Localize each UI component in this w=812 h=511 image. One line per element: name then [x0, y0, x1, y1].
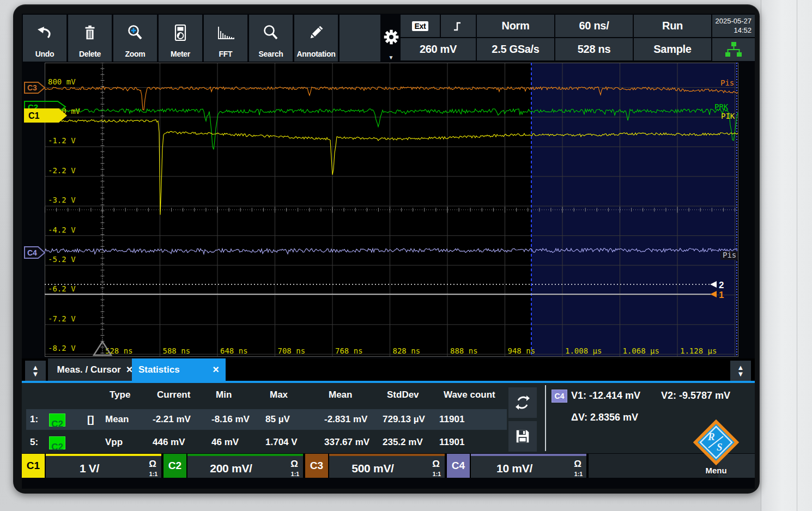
trigger-mode-cell[interactable]: Norm — [477, 15, 554, 37]
tab-scroll-right-button[interactable]: ▲ ▼ — [730, 361, 751, 381]
network-status-button[interactable] — [712, 38, 755, 61]
close-tab-icon[interactable]: × — [213, 363, 219, 376]
tab-scroll-left-button[interactable]: ▲ ▼ — [25, 361, 46, 381]
timebase-cell[interactable]: 60 ns/ — [555, 15, 633, 37]
channel-block-c2[interactable]: C2200 mV/Ω1:1 — [163, 454, 303, 478]
waveform-right-label: PIK — [721, 112, 735, 120]
date-text: 2025-05-27 — [712, 17, 752, 26]
x-axis-label: 948 ns — [508, 346, 536, 355]
channel-marker-c3[interactable]: C3 — [24, 82, 46, 94]
channel-scale: 10 mV/ — [471, 458, 558, 479]
acquisition-state-cell[interactable]: Run — [634, 15, 711, 37]
toolbar-settings-button[interactable]: ▼ — [382, 15, 400, 62]
toolbar-button-annotation[interactable]: Annotation — [294, 15, 338, 62]
spectrum-icon — [204, 19, 247, 46]
channel-badge: C2 — [49, 413, 65, 427]
toolbar-button-label: Zoom — [113, 50, 157, 58]
channel-panel: 10 mV/Ω1:1 — [471, 454, 586, 478]
cell-type: Vpp — [105, 432, 123, 453]
toolbar-button-label: FFT — [204, 50, 247, 58]
channel-marker-c4[interactable]: C4 — [24, 246, 46, 259]
svg-text:R: R — [707, 431, 715, 442]
tab-meas-cursor[interactable]: Meas. / Cursor × — [48, 358, 142, 381]
cell-min: 46 mV — [211, 432, 239, 453]
impedance-icon: Ω — [574, 459, 581, 470]
save-statistics-button[interactable] — [508, 421, 537, 452]
floppy-save-icon — [514, 428, 531, 445]
toolbar-button-label: Meter — [159, 50, 202, 58]
channel-scale: 1 V/ — [46, 458, 133, 479]
cursor-v1-readout: V1: -12.414 mV — [571, 390, 640, 402]
channel-badge: C4 — [447, 454, 470, 478]
cell-mean: -2.831 mV — [324, 409, 367, 430]
rs-logo-icon[interactable]: R S — [693, 419, 739, 465]
x-axis-label: 1.128 µs — [680, 346, 717, 355]
channel-badge: C2 — [49, 436, 65, 449]
waveform-right-label: Pis — [720, 78, 734, 87]
trigger-level-cell[interactable]: 260 mV — [401, 38, 476, 60]
toolbar-button-meter[interactable]: Meter — [159, 15, 202, 62]
cursor-v2-readout: V2: -9.5787 mV — [661, 390, 730, 402]
horizontal-position-cell[interactable]: 528 ns — [555, 38, 633, 60]
cursor-source-badge: C4 — [552, 390, 567, 403]
x-axis-label: 1.008 µs — [565, 346, 602, 355]
x-axis-label: 588 ns — [163, 346, 191, 355]
tab-meas-cursor-label: Meas. / Cursor — [57, 364, 121, 375]
toolbar-button-zoom[interactable]: Zoom — [113, 15, 157, 62]
pencil-icon — [294, 19, 338, 46]
toolbar-button-search[interactable]: Search — [249, 15, 293, 62]
table-row[interactable]: 5:C2Vpp446 mV46 mV1.704 V337.67 mV235.2 … — [26, 432, 507, 453]
trash-icon — [68, 19, 112, 46]
oscilloscope-screenshot: UndoDeleteZoomMeterFFTSearchAnnotation ▼… — [0, 0, 812, 511]
table-row[interactable]: 1:C2[]Mean-2.21 mV-8.16 mV85 µV-2.831 mV… — [26, 409, 507, 430]
acquisition-mode-cell[interactable]: Sample — [634, 38, 711, 60]
x-axis-label: 708 ns — [278, 346, 306, 355]
gear-icon — [383, 29, 399, 47]
toolbar-button-delete[interactable]: Delete — [68, 15, 112, 62]
svg-text:S: S — [717, 441, 723, 453]
stats-header: Max — [270, 390, 288, 400]
stats-header: Current — [157, 390, 190, 400]
toolbar-button-fft[interactable]: FFT — [204, 15, 247, 62]
y-axis-label: -3.2 V — [48, 196, 76, 204]
sample-rate-cell[interactable]: 2.5 GSa/s — [477, 38, 554, 60]
toolbar-button-label: Delete — [68, 50, 112, 58]
gate-icon: [] — [87, 409, 94, 430]
datetime-display: 2025-05-27 14:52 — [712, 15, 755, 37]
refresh-icon — [514, 394, 531, 411]
channel-scale: 200 mV/ — [187, 458, 275, 479]
chevron-down-icon[interactable]: ▼ — [382, 54, 400, 60]
menu-button-label[interactable]: Menu — [696, 466, 736, 475]
x-axis-label: 528 ns — [105, 346, 133, 355]
cell-current: -2.21 mV — [153, 409, 191, 430]
y-axis-label: -7.2 V — [48, 314, 76, 323]
trigger-slope-cell[interactable] — [441, 15, 476, 37]
y-axis-label: -8.2 V — [48, 344, 76, 352]
channel-marker-c3-label: C3 — [27, 83, 37, 92]
tab-statistics[interactable]: Statistics × — [132, 358, 226, 381]
trigger-source-cell[interactable]: Ext — [401, 15, 440, 37]
y-axis-label: 800 mV — [48, 77, 76, 86]
channel-block-c1[interactable]: C11 V/Ω1:1 — [22, 454, 161, 478]
stats-header: Mean — [329, 390, 352, 400]
cell-current: 446 mV — [153, 432, 185, 453]
waveform-display[interactable]: 2 1 800 mV-200 mV-1.2 V-2.2 V-3.2 V-4.2 … — [45, 63, 738, 357]
zoom-plus-icon — [113, 19, 157, 46]
y-axis-label: -1.2 V — [48, 136, 76, 145]
multimeter-icon — [159, 19, 202, 46]
channel-block-c3[interactable]: C3500 mV/Ω1:1 — [305, 454, 445, 478]
toolbar-button-undo[interactable]: Undo — [23, 15, 66, 62]
stats-header: Type — [110, 390, 130, 400]
lan-icon — [724, 41, 743, 58]
channel-block-c4[interactable]: C410 mV/Ω1:1 — [447, 454, 586, 478]
toolbar-button-label: Undo — [23, 50, 66, 58]
tab-bar: ▲ ▼ Meas. / Cursor × Statistics × ▲ ▼ — [22, 358, 755, 383]
channel-marker-c1[interactable]: C1 — [24, 108, 68, 123]
cell-type: Mean — [105, 409, 129, 430]
impedance-icon: Ω — [149, 459, 156, 470]
row-index: 5: — [30, 432, 38, 453]
reset-statistics-button[interactable] — [508, 387, 537, 418]
y-axis-label: -5.2 V — [48, 255, 76, 264]
cell-max: 1.704 V — [265, 432, 298, 453]
y-axis-label: -4.2 V — [48, 226, 76, 234]
